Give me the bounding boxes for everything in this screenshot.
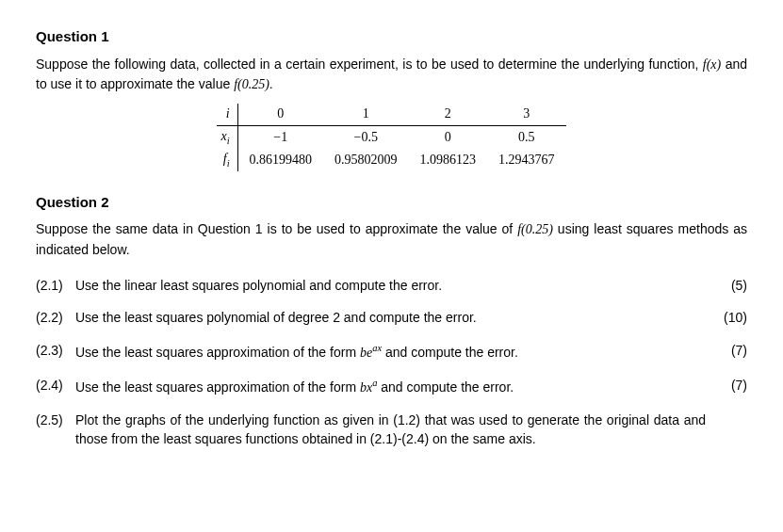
i4-pre: Use the least squares approximation of t… [75, 379, 360, 394]
cell-i2: 2 [409, 104, 488, 125]
q1-text-a: Suppose the following data, collected in… [36, 56, 703, 72]
cell-i0: 0 [237, 104, 323, 125]
cell-x2: 0 [409, 125, 488, 149]
i3-pre: Use the least squares approximation of t… [75, 344, 360, 359]
item-points: (7) [706, 341, 747, 360]
item-num: (2.4) [36, 376, 75, 395]
q1-f025: f(0.25) [234, 77, 269, 91]
q2-items: (2.1) Use the linear least squares polyn… [36, 276, 747, 448]
cell-i1: 1 [323, 104, 409, 125]
cell-f3: 1.2943767 [487, 149, 566, 171]
row-i-label: i [226, 106, 230, 121]
row-f-sub: i [227, 157, 230, 168]
q2-title: Question 2 [36, 192, 747, 213]
table-row: fi 0.86199480 0.95802009 1.0986123 1.294… [217, 149, 565, 171]
cell-x0: −1 [237, 125, 323, 149]
item-text: Use the least squares polynomial of degr… [75, 308, 706, 327]
question-1: Question 1 Suppose the following data, c… [36, 26, 747, 171]
q2-text-a: Suppose the same data in Question 1 is t… [36, 221, 517, 236]
cell-x1: −0.5 [323, 125, 409, 149]
item-num: (2.2) [36, 308, 75, 327]
table-row: xi −1 −0.5 0 0.5 [217, 125, 565, 149]
list-item: (2.5) Plot the graphs of the underlying … [36, 411, 747, 449]
item-num: (2.3) [36, 341, 75, 360]
item-num: (2.1) [36, 276, 75, 295]
list-item: (2.2) Use the least squares polynomial o… [36, 308, 747, 327]
q1-title: Question 1 [36, 26, 747, 47]
q2-f025: f(0.25) [517, 222, 553, 236]
list-item: (2.4) Use the least squares approximatio… [36, 376, 747, 397]
cell-f1: 0.95802009 [323, 149, 409, 171]
item-text: Use the linear least squares polynomial … [75, 276, 706, 295]
row-x-sub: i [227, 135, 230, 145]
i3-form-b: be [360, 345, 372, 359]
i3-post: and compute the error. [382, 344, 518, 359]
item-points: (5) [706, 276, 747, 295]
data-table: i 0 1 2 3 xi −1 −0.5 0 0.5 fi 0.86199480… [217, 104, 565, 170]
i4-form-b: bx [360, 379, 372, 394]
item-num: (2.5) [36, 411, 75, 429]
cell-x3: 0.5 [487, 125, 566, 149]
q1-para: Suppose the following data, collected in… [36, 55, 747, 95]
question-2: Question 2 Suppose the same data in Ques… [36, 192, 747, 448]
item-text: Plot the graphs of the underlying functi… [75, 411, 706, 449]
list-item: (2.1) Use the linear least squares polyn… [36, 276, 747, 295]
table-row: i 0 1 2 3 [217, 104, 565, 125]
q1-fx: f(x) [703, 57, 721, 72]
q1-period: . [269, 76, 273, 91]
q2-para: Suppose the same data in Question 1 is t… [36, 219, 747, 259]
item-points: (10) [706, 308, 747, 327]
i4-post: and compute the error. [377, 379, 514, 394]
cell-f2: 1.0986123 [409, 149, 488, 171]
item-text: Use the least squares approximation of t… [75, 341, 706, 363]
i3-form-exp: ax [372, 343, 382, 353]
cell-i3: 3 [487, 104, 566, 125]
item-points: (7) [706, 376, 747, 395]
cell-f0: 0.86199480 [237, 149, 323, 171]
list-item: (2.3) Use the least squares approximatio… [36, 341, 747, 363]
item-text: Use the least squares approximation of t… [75, 376, 706, 397]
